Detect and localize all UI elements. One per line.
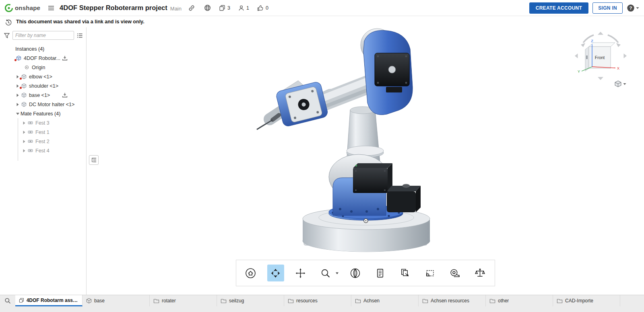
folder-icon: [288, 298, 294, 304]
robot-wrist: [262, 76, 329, 130]
tree-item-elbow[interactable]: elbow <1>: [0, 72, 86, 81]
tab-search-icon[interactable]: [0, 295, 15, 306]
collapse-caret-icon[interactable]: [14, 112, 21, 115]
likes-stat[interactable]: 0: [257, 5, 268, 11]
rotate-left-arrow-icon: [575, 53, 578, 58]
panel-structure-toggle[interactable]: [89, 155, 99, 165]
out-of-date-badge: [19, 86, 22, 89]
tab-achsen[interactable]: Achsen: [351, 295, 419, 306]
help-icon: ?: [627, 4, 635, 12]
tab-rotater[interactable]: rotater: [150, 295, 217, 306]
tree-item-mate[interactable]: Fest 1: [0, 127, 86, 137]
part-icon: [21, 102, 27, 107]
dashed-frame-icon[interactable]: [422, 265, 439, 281]
part-icon: [21, 83, 27, 88]
expand-caret-icon[interactable]: [21, 121, 27, 125]
menu-icon[interactable]: [46, 3, 56, 13]
left-face-glyph: [586, 55, 588, 59]
expand-caret-icon[interactable]: [21, 140, 27, 144]
display-mode-button[interactable]: [615, 80, 626, 87]
folder-icon: [489, 298, 495, 304]
expand-caret-icon[interactable]: [14, 93, 21, 97]
likes-count: 0: [266, 5, 268, 11]
named-views-icon[interactable]: [372, 265, 389, 281]
workspace-label[interactable]: Main: [170, 6, 182, 12]
mate-features-header[interactable]: Mate Features (4): [0, 109, 86, 118]
tab-assembly[interactable]: 4DOF Robotarm assem...: [15, 295, 83, 306]
model-viewport[interactable]: Front Z X Y: [87, 27, 644, 295]
fastened-mate-icon: [27, 139, 33, 144]
tree-item-label: Fest 3: [35, 120, 50, 126]
filter-by-name-input[interactable]: [12, 31, 74, 40]
document-tab-bar: 4DOF Robotarm assem... base rotater seil…: [0, 295, 644, 312]
chevron-down-icon: [636, 7, 639, 9]
tab-resources[interactable]: resources: [284, 295, 351, 306]
robot-arm-model: [87, 27, 644, 295]
assembly-tree-panel: Instances (4) 4DOF Robotar... Origin: [0, 27, 87, 295]
tree-item-mate[interactable]: Fest 2: [0, 137, 86, 146]
tree-item-label: Fest 1: [35, 129, 50, 135]
update-linked-document-icon[interactable]: [62, 92, 68, 98]
instances-section-header: Instances (4): [0, 44, 86, 53]
help-button[interactable]: ?: [627, 4, 639, 12]
chevron-down-icon: [623, 83, 626, 85]
sign-in-button[interactable]: SIGN IN: [592, 2, 623, 14]
zoom-icon[interactable]: [317, 265, 334, 281]
filter-funnel-icon[interactable]: [4, 33, 10, 38]
tab-base[interactable]: base: [83, 295, 150, 306]
balance-scale-icon[interactable]: [472, 265, 489, 281]
tree-item-mate[interactable]: Fest 3: [0, 118, 86, 127]
expand-caret-icon[interactable]: [14, 103, 21, 107]
tree-item-base[interactable]: base <1>: [0, 90, 86, 100]
tree-item-shoulder[interactable]: shoulder <1>: [0, 81, 86, 90]
tab-achsen-resources[interactable]: Achsen resources: [419, 295, 486, 306]
origin-icon: [23, 65, 30, 70]
followers-stat[interactable]: 1: [238, 5, 249, 11]
public-globe-icon[interactable]: [204, 4, 211, 11]
list-options-icon[interactable]: [77, 33, 83, 38]
assembly-icon: [15, 55, 22, 61]
tape-measure-icon[interactable]: [447, 265, 464, 281]
section-sphere-icon[interactable]: [347, 265, 364, 281]
axis-y-label: Y: [578, 70, 580, 74]
tree-item-label: DC Motor halter <1>: [29, 102, 74, 107]
document-title: 4DOF Stepper Roboterarm project: [60, 4, 167, 12]
robot-front-motor: [353, 163, 392, 193]
expand-caret-icon[interactable]: [21, 149, 27, 153]
onshape-logo[interactable]: onshape: [5, 4, 40, 12]
out-of-date-badge: [19, 77, 22, 80]
view-cube[interactable]: Front Z X Y: [574, 31, 628, 80]
tree-item-label: Origin: [32, 65, 45, 70]
filter-row: [0, 27, 86, 44]
update-linked-document-icon[interactable]: [62, 55, 68, 61]
tree-item-origin[interactable]: Origin: [0, 63, 86, 72]
pan-icon[interactable]: [292, 265, 309, 281]
home-icon[interactable]: [242, 265, 259, 281]
view-cube-top-face: [589, 43, 615, 47]
fastened-mate-icon: [27, 120, 33, 125]
tab-cad-importe[interactable]: CAD-Importe: [553, 295, 620, 306]
front-face-label: Front: [595, 55, 605, 60]
copy-icon: [219, 5, 225, 11]
sheet-arrow-icon[interactable]: [397, 265, 414, 281]
folder-icon: [355, 298, 361, 304]
person-icon: [238, 5, 244, 11]
orbit-icon[interactable]: [267, 265, 284, 281]
view-tools-toolbar: [236, 260, 495, 286]
onshape-logo-icon: [5, 4, 13, 12]
tree-item-root-assembly[interactable]: 4DOF Robotar...: [0, 53, 86, 63]
create-account-button[interactable]: CREATE ACCOUNT: [529, 2, 589, 14]
expand-caret-icon[interactable]: [21, 130, 27, 134]
robot-side-motor: [387, 184, 421, 212]
tab-other[interactable]: other: [486, 295, 553, 306]
share-link-icon[interactable]: [186, 3, 197, 13]
zoom-options-caret-icon[interactable]: [335, 272, 339, 275]
tab-seilzug[interactable]: seilzug: [217, 295, 284, 306]
history-icon[interactable]: [3, 17, 14, 28]
copies-stat[interactable]: 3: [219, 5, 230, 11]
instance-tree: Instances (4) 4DOF Robotar... Origin: [0, 44, 86, 161]
tree-item-mate[interactable]: Fest 4: [0, 146, 86, 155]
folder-icon: [557, 298, 563, 304]
tree-item-dc-motor-halter[interactable]: DC Motor halter <1>: [0, 100, 86, 109]
zoom-tool-group: [317, 265, 339, 281]
